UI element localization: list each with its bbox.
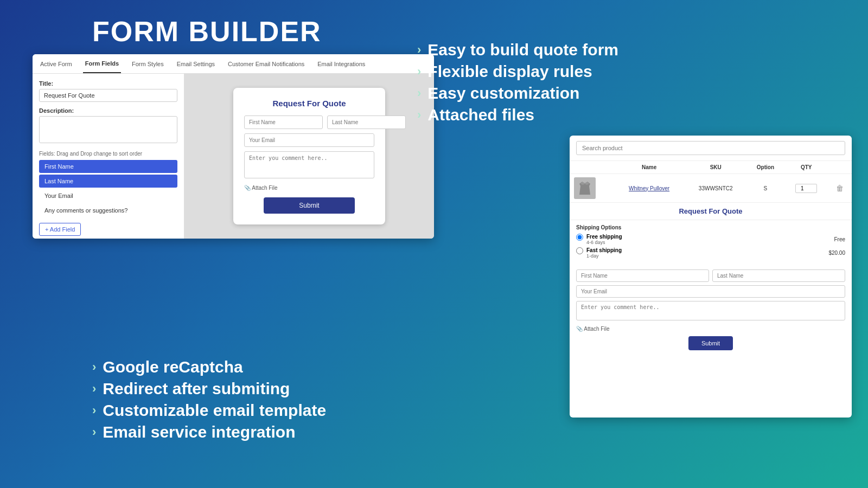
- chevron-icon-b3: ›: [92, 403, 96, 418]
- product-table: Name SKU Option QTY: [570, 161, 852, 203]
- right-comment[interactable]: [576, 301, 845, 320]
- product-qty-cell: [784, 174, 828, 203]
- features-top-right: › Easy to build quote form › Flexible di…: [417, 41, 618, 127]
- title-label: Title:: [39, 80, 177, 87]
- col-sku: SKU: [685, 161, 746, 174]
- product-name-cell: Whitney Pullover: [614, 174, 685, 203]
- feature-item-2: › Flexible display rules: [417, 62, 618, 81]
- delete-button[interactable]: 🗑: [836, 184, 844, 192]
- feature-item-4: › Attached files: [417, 106, 618, 124]
- shipping-price-free: Free: [834, 236, 845, 242]
- right-attach-label: 📎 Attach File: [576, 326, 845, 332]
- product-image: [574, 177, 596, 199]
- features-bottom-left: › Google reCaptcha › Redirect after subm…: [92, 358, 326, 445]
- shipping-name-free: Free shipping: [586, 234, 622, 240]
- table-row: Whitney Pullover 33WWSNTC2 S 🗑: [570, 174, 852, 203]
- tabs-bar: Active Form Form Fields Form Styles Emai…: [33, 54, 434, 74]
- form-name-row: [244, 115, 374, 129]
- tab-email-settings[interactable]: Email Settings: [175, 54, 217, 73]
- col-action: [828, 161, 852, 174]
- preview-last-name[interactable]: [327, 115, 406, 129]
- field-first-name[interactable]: First Name: [39, 160, 177, 173]
- chevron-icon-1: ›: [417, 43, 421, 57]
- right-form-section: 📎 Attach File Submit: [570, 265, 852, 355]
- field-email[interactable]: Your Email: [39, 189, 177, 202]
- feature-bottom-2: › Redirect after submiting: [92, 380, 326, 398]
- form-preview-card: Request For Quote 📎 Attach File Submit: [233, 88, 385, 224]
- rfq-section-title: Request For Quote: [570, 203, 852, 220]
- preview-first-name[interactable]: [244, 115, 323, 129]
- col-qty: QTY: [784, 161, 828, 174]
- right-last-name[interactable]: [712, 269, 845, 282]
- title-input[interactable]: [39, 89, 177, 102]
- tab-active-form[interactable]: Active Form: [38, 54, 74, 73]
- attach-file-label: 📎 Attach File: [244, 185, 374, 191]
- fields-label: Fields: Drag and Drop change to sort ord…: [39, 151, 177, 157]
- col-option: Option: [746, 161, 784, 174]
- shipping-option-fast: Fast shipping 1-day $20.00: [576, 247, 845, 259]
- right-email[interactable]: [576, 285, 845, 298]
- shipping-label: Shipping Options: [576, 224, 845, 230]
- feature-bottom-4: › Email service integration: [92, 423, 326, 441]
- add-field-button[interactable]: + Add Field: [39, 223, 81, 236]
- shipping-radio-fast[interactable]: [576, 247, 583, 254]
- description-label: Description:: [39, 107, 177, 114]
- qty-input[interactable]: [795, 184, 817, 193]
- page-title: FORM BUILDER: [92, 15, 322, 48]
- product-link[interactable]: Whitney Pullover: [629, 185, 669, 191]
- shipping-option-left-fast: Fast shipping 1-day: [576, 247, 622, 259]
- product-sku-cell: 33WWSNTC2: [685, 174, 746, 203]
- chevron-icon-b4: ›: [92, 425, 96, 439]
- shipping-price-fast: $20.00: [828, 250, 845, 256]
- chevron-icon-2: ›: [417, 65, 421, 79]
- field-comments[interactable]: Any comments or suggestions?: [39, 204, 177, 217]
- search-product-input[interactable]: [576, 141, 845, 155]
- col-image: [570, 161, 614, 174]
- preview-email[interactable]: [244, 133, 374, 147]
- right-first-name[interactable]: [576, 269, 709, 282]
- right-product-screenshot: Name SKU Option QTY: [570, 136, 852, 418]
- tab-form-styles[interactable]: Form Styles: [130, 54, 166, 73]
- shipping-section: Shipping Options Free shipping 4-6 days …: [570, 220, 852, 265]
- tab-customer-email[interactable]: Customer Email Notifications: [226, 54, 307, 73]
- form-builder-screenshot: Active Form Form Fields Form Styles Emai…: [33, 54, 434, 239]
- shipping-radio-free[interactable]: [576, 234, 583, 241]
- col-name: Name: [614, 161, 685, 174]
- product-option-cell: S: [746, 174, 784, 203]
- right-preview-panel: Request For Quote 📎 Attach File Submit: [184, 74, 434, 239]
- preview-submit-button[interactable]: Submit: [264, 197, 355, 214]
- search-bar: [570, 136, 852, 161]
- shipping-name-fast: Fast shipping: [586, 247, 622, 253]
- tab-email-integrations[interactable]: Email Integrations: [315, 54, 367, 73]
- tab-form-fields[interactable]: Form Fields: [83, 54, 121, 73]
- shipping-option-free: Free shipping 4-6 days Free: [576, 234, 845, 245]
- feature-bottom-1: › Google reCaptcha: [92, 358, 326, 376]
- shipping-days-free: 4-6 days: [586, 240, 622, 245]
- right-submit-button[interactable]: Submit: [688, 336, 733, 350]
- feature-item-3: › Easy customization: [417, 84, 618, 102]
- shipping-option-left-free: Free shipping 4-6 days: [576, 234, 622, 245]
- form-preview-title: Request For Quote: [244, 99, 374, 108]
- chevron-icon-b2: ›: [92, 382, 96, 396]
- screenshot-inner: Title: Description: Fields: Drag and Dro…: [33, 74, 434, 239]
- right-form-name-row: [576, 269, 845, 282]
- field-last-name[interactable]: Last Name: [39, 175, 177, 188]
- feature-item-1: › Easy to build quote form: [417, 41, 618, 59]
- preview-comment[interactable]: [244, 151, 374, 178]
- chevron-icon-4: ›: [417, 108, 421, 122]
- left-panel: Title: Description: Fields: Drag and Dro…: [33, 74, 184, 239]
- chevron-icon-3: ›: [417, 86, 421, 100]
- product-image-cell: [570, 174, 614, 203]
- description-textarea[interactable]: [39, 116, 177, 143]
- feature-bottom-3: › Customizable email template: [92, 401, 326, 420]
- chevron-icon-b1: ›: [92, 360, 96, 374]
- shipping-days-fast: 1-day: [586, 253, 622, 259]
- product-delete-cell: 🗑: [828, 174, 852, 203]
